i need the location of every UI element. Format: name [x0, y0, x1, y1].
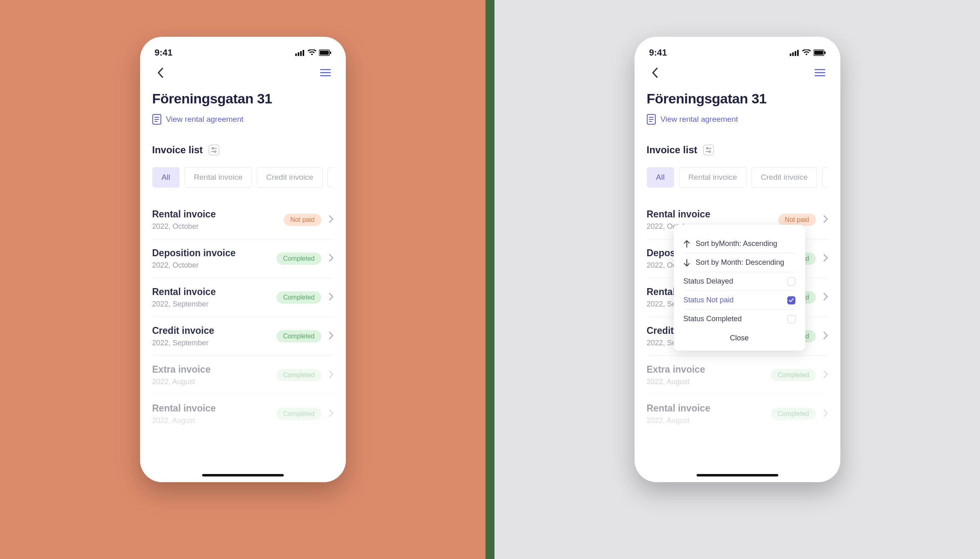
chevron-right-icon — [329, 409, 334, 419]
status-bar: 9:41 — [635, 37, 840, 61]
sort-filter-popover: Sort byMonth: Ascending Sort by Month: D… — [674, 225, 805, 351]
invoice-title: Deposition invoice — [152, 248, 236, 259]
chevron-right-icon — [823, 370, 828, 380]
left-pane: 9:41 Föreningsgatan 31 View rental agree… — [0, 0, 486, 559]
invoice-item[interactable]: Credit invoice2022, SeptemberCompleted — [152, 317, 334, 356]
svg-rect-22 — [815, 69, 825, 70]
status-time: 9:41 — [155, 47, 173, 58]
chip-credit[interactable]: Credit invoice — [257, 167, 323, 188]
chevron-right-icon — [329, 293, 334, 302]
invoice-title: Rental invoice — [647, 403, 710, 414]
back-button[interactable] — [153, 65, 168, 80]
page-title: Föreningsgatan 31 — [152, 91, 334, 107]
signal-icon — [790, 49, 800, 56]
content-left: Föreningsgatan 31 View rental agreement … — [140, 80, 346, 433]
svg-rect-17 — [795, 51, 796, 56]
sort-descending[interactable]: Sort by Month: Descending — [684, 253, 795, 272]
invoice-item[interactable]: Rental invoice2022, SeptemberCompleted — [152, 278, 334, 317]
svg-rect-23 — [815, 72, 825, 74]
status-badge: Not paid — [778, 214, 816, 226]
svg-point-26 — [706, 148, 708, 149]
invoice-item[interactable]: Deposition invoice2022, OctoberCompleted — [152, 239, 334, 278]
status-badge: Completed — [276, 253, 321, 265]
wifi-icon — [802, 49, 811, 56]
chevron-right-icon — [823, 293, 828, 302]
sort-asc-label: Sort byMonth: Ascending — [696, 239, 777, 248]
invoice-item[interactable]: Extra invoice2022, AugustCompleted — [647, 356, 828, 395]
checkbox-delayed[interactable] — [787, 277, 795, 286]
chevron-right-icon — [329, 331, 334, 341]
chip-all[interactable]: All — [647, 167, 674, 188]
menu-button[interactable] — [318, 65, 333, 80]
agreement-label: View rental agreement — [661, 115, 738, 124]
chevron-right-icon — [823, 215, 828, 225]
status-notpaid-label: Status Not paid — [684, 296, 734, 304]
chip-extra[interactable]: Extra — [327, 167, 333, 188]
chevron-right-icon — [329, 254, 334, 264]
checkbox-notpaid[interactable] — [787, 296, 795, 304]
section-header: Invoice list — [647, 144, 828, 156]
svg-rect-0 — [295, 54, 297, 56]
status-badge: Not paid — [284, 214, 321, 226]
checkbox-completed[interactable] — [787, 315, 795, 323]
hamburger-icon — [815, 69, 825, 76]
invoice-item[interactable]: Extra invoice2022, AugustCompleted — [152, 356, 334, 395]
document-icon — [152, 114, 161, 125]
svg-rect-18 — [797, 50, 799, 56]
home-indicator — [202, 474, 284, 476]
filter-status-delayed[interactable]: Status Delayed — [684, 272, 795, 291]
section-title: Invoice list — [152, 144, 203, 156]
filter-chips: All Rental invoice Credit invoice Extra — [647, 167, 828, 188]
nav-row — [140, 61, 346, 80]
filter-chips: All Rental invoice Credit invoice Extra — [152, 167, 334, 188]
chip-rental[interactable]: Rental invoice — [185, 167, 252, 188]
status-indicators — [790, 49, 826, 56]
battery-icon — [813, 49, 826, 56]
svg-rect-16 — [792, 52, 794, 56]
view-agreement-link[interactable]: View rental agreement — [647, 114, 828, 125]
section-title: Invoice list — [647, 144, 697, 156]
svg-rect-3 — [303, 50, 304, 56]
chip-all[interactable]: All — [152, 167, 180, 188]
filter-status-completed[interactable]: Status Completed — [684, 310, 795, 328]
pane-divider — [486, 0, 494, 559]
invoice-date: 2022, August — [647, 378, 705, 386]
invoice-title: Credit invoice — [152, 325, 214, 336]
svg-rect-6 — [330, 51, 331, 54]
sort-ascending[interactable]: Sort byMonth: Ascending — [684, 235, 795, 253]
invoice-item[interactable]: Rental invoice2022, OctoberNot paid — [152, 201, 334, 239]
invoice-title: Rental invoice — [152, 286, 216, 297]
svg-rect-7 — [320, 69, 331, 70]
status-delayed-label: Status Delayed — [684, 277, 733, 286]
filter-button[interactable] — [703, 145, 714, 155]
invoice-item[interactable]: Rental invoice2022, AugustCompleted — [647, 395, 828, 433]
back-button[interactable] — [648, 65, 662, 80]
invoice-item[interactable]: Rental invoice2022, AugustCompleted — [152, 395, 334, 433]
document-icon — [647, 114, 656, 125]
sliders-icon — [705, 147, 712, 153]
filter-status-notpaid[interactable]: Status Not paid — [684, 291, 795, 310]
back-icon — [652, 67, 658, 78]
menu-button[interactable] — [813, 65, 827, 80]
filter-button[interactable] — [209, 145, 219, 155]
status-completed-label: Status Completed — [684, 315, 742, 323]
nav-row — [635, 61, 840, 80]
status-indicators — [295, 49, 331, 56]
invoice-date: 2022, August — [152, 378, 211, 386]
invoice-date: 2022, October — [152, 222, 216, 231]
svg-rect-2 — [300, 51, 302, 56]
invoice-title: Rental invoice — [647, 209, 710, 220]
back-icon — [157, 67, 164, 78]
chip-credit[interactable]: Credit invoice — [751, 167, 817, 188]
chip-extra[interactable]: Extra — [822, 167, 828, 188]
invoice-date: 2022, August — [152, 416, 216, 425]
svg-rect-1 — [298, 52, 299, 56]
right-pane: 9:41 Föreningsgatan 31 View rental agree… — [494, 0, 980, 559]
view-agreement-link[interactable]: View rental agreement — [152, 114, 334, 125]
chip-rental[interactable]: Rental invoice — [679, 167, 746, 188]
chevron-right-icon — [823, 409, 828, 419]
popover-close[interactable]: Close — [684, 328, 795, 345]
status-time: 9:41 — [649, 47, 667, 58]
phone-frame-right: 9:41 Föreningsgatan 31 View rental agree… — [635, 37, 840, 482]
invoice-date: 2022, August — [647, 416, 710, 425]
